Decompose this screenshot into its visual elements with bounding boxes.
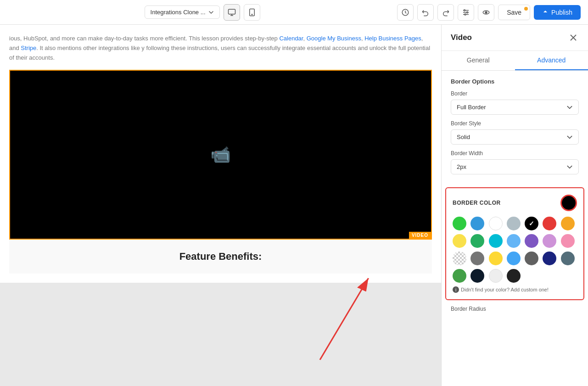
color-swatch-teal-green[interactable]	[470, 234, 484, 248]
color-swatch-orange[interactable]	[561, 217, 575, 230]
topbar-right: Save Publish	[397, 4, 581, 21]
sidebar-title: Video	[451, 33, 472, 42]
undo-icon	[421, 8, 430, 17]
color-swatch-near-black[interactable]	[507, 269, 521, 283]
tab-general[interactable]: General	[442, 51, 515, 70]
desktop-view-button[interactable]	[224, 4, 240, 21]
border-style-select[interactable]: Solid	[451, 129, 579, 145]
empty-slot-2	[543, 269, 556, 283]
desktop-icon	[228, 8, 236, 17]
video-label: VIDEO	[409, 232, 431, 239]
color-swatch-purple[interactable]	[525, 234, 538, 248]
page-selector-label: Integrations Clone ...	[151, 9, 206, 16]
redo-button[interactable]	[437, 4, 454, 21]
tab-advanced-label: Advanced	[537, 56, 566, 64]
svg-point-8	[467, 11, 468, 13]
color-swatch-pink[interactable]	[561, 234, 575, 248]
video-block: 📹 VIDEO	[9, 70, 432, 240]
color-swatch-dark-gray[interactable]	[525, 252, 538, 265]
calendar-link[interactable]: Calendar	[279, 35, 303, 42]
border-style-label: Border Style	[451, 120, 579, 127]
chevron-down-icon-style	[566, 134, 573, 140]
custom-color-hint: i Didn't find your color? Add custom one…	[453, 286, 577, 293]
svg-point-11	[485, 11, 487, 13]
color-swatch-green[interactable]	[453, 217, 466, 230]
custom-color-text: Didn't find your color? Add custom one!	[461, 287, 549, 292]
settings-button[interactable]	[458, 4, 474, 21]
feature-benefits-heading: Feature Benefits:	[9, 240, 432, 274]
border-width-value: 2px	[457, 163, 466, 170]
color-swatch-light-blue[interactable]	[507, 234, 521, 248]
google-link[interactable]: Google My Business	[307, 35, 361, 42]
close-button[interactable]	[568, 32, 579, 43]
sidebar-header: Video	[442, 25, 588, 51]
color-swatch-blue[interactable]	[470, 217, 484, 230]
border-width-label: Border Width	[451, 150, 579, 157]
border-color-header: BORDER COLOR	[453, 195, 577, 211]
svg-point-2	[252, 14, 252, 15]
border-options-title: Border Options	[451, 78, 579, 85]
svg-point-7	[464, 10, 465, 11]
tab-general-label: General	[467, 56, 490, 64]
border-color-label: BORDER COLOR	[453, 200, 501, 206]
svg-rect-0	[228, 9, 235, 14]
info-icon: i	[453, 286, 459, 293]
color-swatch-forest-green[interactable]	[453, 269, 466, 283]
border-options-section: Border Options Border Full Border Border…	[442, 71, 588, 187]
preview-button[interactable]	[478, 4, 494, 21]
redo-icon	[442, 8, 450, 17]
color-swatch-red[interactable]	[543, 217, 556, 230]
history-button[interactable]	[397, 4, 414, 21]
color-swatch-transparent[interactable]	[453, 252, 466, 265]
color-swatch-dark-navy[interactable]	[470, 269, 484, 283]
border-select[interactable]: Full Border	[451, 100, 579, 115]
canvas-text: ious, HubSpot, and more can make day-to-…	[9, 34, 432, 62]
color-swatch-lavender[interactable]	[543, 234, 556, 248]
history-icon	[401, 8, 409, 17]
video-camera-icon: 📹	[210, 145, 231, 164]
sliders-icon	[462, 8, 470, 17]
color-swatch-light-gray[interactable]	[507, 217, 521, 230]
mobile-icon	[248, 8, 256, 17]
tab-advanced[interactable]: Advanced	[515, 51, 588, 70]
close-icon	[570, 34, 577, 41]
color-swatch-black[interactable]	[525, 217, 538, 230]
color-swatch-cyan[interactable]	[489, 234, 503, 248]
unsaved-indicator	[524, 7, 528, 11]
border-style-value: Solid	[457, 134, 470, 140]
color-swatch-bright-yellow[interactable]	[489, 252, 503, 265]
color-grid-row1	[453, 217, 577, 230]
svg-line-13	[320, 278, 369, 360]
publish-button[interactable]: Publish	[534, 5, 581, 20]
color-swatch-slate[interactable]	[561, 252, 575, 265]
canvas: ious, HubSpot, and more can make day-to-…	[0, 25, 441, 386]
border-radius-section: Border Radius	[442, 306, 588, 322]
mobile-view-button[interactable]	[244, 4, 260, 21]
border-color-preview[interactable]	[560, 195, 577, 211]
empty-slot-3	[561, 269, 575, 283]
color-swatch-sky-blue[interactable]	[507, 252, 521, 265]
topbar-center: Integrations Clone ...	[145, 4, 260, 21]
color-grid-row4	[453, 269, 577, 283]
sidebar: Video General Advanced Border Options Bo…	[441, 25, 588, 386]
page-selector[interactable]: Integrations Clone ...	[145, 6, 220, 19]
color-swatch-yellow[interactable]	[453, 234, 466, 248]
chevron-down-icon-border	[566, 104, 573, 111]
chevron-down-icon	[208, 10, 214, 15]
help-link[interactable]: Help Business Pages	[364, 35, 421, 42]
save-button[interactable]: Save	[498, 5, 530, 20]
color-swatch-navy[interactable]	[543, 252, 556, 265]
color-swatch-medium-gray[interactable]	[470, 252, 484, 265]
save-label: Save	[507, 9, 521, 16]
color-swatch-white[interactable]	[489, 217, 503, 230]
border-width-select[interactable]: 2px	[451, 159, 579, 174]
color-grid-row3	[453, 252, 577, 265]
canvas-content: ious, HubSpot, and more can make day-to-…	[0, 25, 441, 283]
border-color-section: BORDER COLOR	[445, 187, 584, 300]
undo-button[interactable]	[417, 4, 434, 21]
stripe-link[interactable]: Stripe	[21, 45, 36, 51]
main-area: ious, HubSpot, and more can make day-to-…	[0, 25, 588, 386]
border-field-label: Border	[451, 90, 579, 97]
color-swatch-very-light-gray[interactable]	[489, 269, 503, 283]
topbar: Integrations Clone ... Save	[0, 0, 588, 25]
